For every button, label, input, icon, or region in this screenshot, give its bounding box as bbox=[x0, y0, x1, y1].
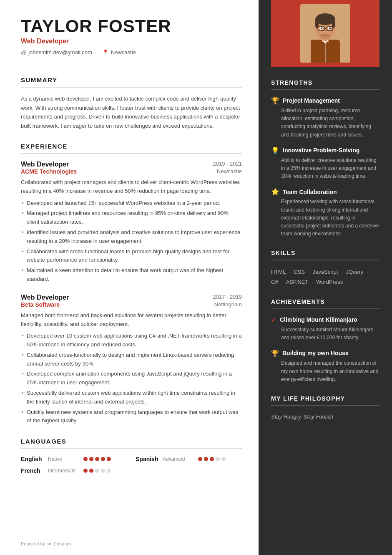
skill-aspnet: ASP.NET bbox=[286, 279, 308, 285]
strength-item-team: ⭐ Team Collaboration Experienced working… bbox=[271, 188, 379, 238]
lang-dots-spanish bbox=[198, 457, 226, 461]
profile-photo bbox=[300, 4, 350, 63]
skill-csharp: C# bbox=[271, 279, 278, 285]
skill-js: JavaScript bbox=[313, 269, 338, 275]
dot bbox=[107, 457, 111, 461]
right-column: STRENGTHS 🏆 Project Management Skilled i… bbox=[259, 0, 392, 555]
lang-level-english: Native bbox=[48, 456, 79, 462]
skills-list: HTML · CSS · JavaScript · JQuery · C# · … bbox=[271, 267, 379, 287]
philosophy-title: MY LIFE PHILOSOPHY bbox=[271, 395, 379, 406]
dot bbox=[101, 457, 105, 461]
separator: · bbox=[340, 269, 344, 275]
achievement-header-house: 🏆 Building my own House bbox=[271, 349, 379, 357]
languages-section: LANGUAGES English Native Spanis bbox=[21, 438, 242, 474]
strengths-section: STRENGTHS 🏆 Project Management Skilled i… bbox=[271, 79, 379, 238]
brand-name: Enhancv bbox=[54, 541, 72, 546]
dot bbox=[216, 457, 220, 461]
strength-header-team: ⭐ Team Collaboration bbox=[271, 188, 379, 196]
strength-desc-project: Skilled in project planning, resource al… bbox=[271, 107, 379, 139]
separator: · bbox=[365, 269, 368, 275]
person-silhouette bbox=[304, 8, 346, 63]
achievement-header-kili: ✔ Climbing Mount Kilimanjaro bbox=[271, 316, 379, 324]
strength-item-problem: 💡 Innovative Problem-Solving Ability to … bbox=[271, 146, 379, 181]
location-value: Newcastle bbox=[111, 49, 136, 56]
skills-section: SKILLS HTML · CSS · JavaScript · JQuery … bbox=[271, 250, 379, 287]
bullet-item: Collaborated cross-functionally to desig… bbox=[21, 351, 242, 368]
exp-bullets-1: Developed and launched 15+ successful Wo… bbox=[21, 199, 242, 284]
bullet-item: Developed over 10 custom web application… bbox=[21, 332, 242, 349]
dot bbox=[198, 457, 202, 461]
resume-container: TAYLOR FOSTER Web Developer @ johnsmith.… bbox=[0, 0, 392, 555]
philosophy-text: Stay Hungry, Stay Foolish bbox=[271, 413, 379, 421]
location-contact: 📍 Newcastle bbox=[102, 49, 136, 56]
exp-dates-2: 2017 - 2019 bbox=[213, 294, 242, 300]
lang-name-french: French bbox=[21, 467, 44, 474]
dot bbox=[89, 469, 93, 473]
achievement-item-kili: ✔ Climbing Mount Kilimanjaro Successfull… bbox=[271, 316, 379, 342]
exp-company-2: Beta Software bbox=[21, 301, 60, 308]
philosophy-section: MY LIFE PHILOSOPHY Stay Hungry, Stay Foo… bbox=[271, 395, 379, 421]
achievements-title: ACHIEVEMENTS bbox=[271, 298, 379, 309]
achievement-name-house: Building my own House bbox=[282, 349, 349, 357]
separator: · bbox=[287, 269, 292, 275]
skill-css: CSS bbox=[294, 269, 305, 275]
skill-jquery: JQuery bbox=[346, 269, 363, 275]
bullet-item: Managed project timelines and resources … bbox=[21, 209, 242, 227]
dot bbox=[107, 469, 111, 473]
bullet-item: Maintained a keen attention to detail to… bbox=[21, 266, 242, 284]
trophy2-icon: 🏆 bbox=[271, 350, 279, 357]
lightbulb-icon: 💡 bbox=[271, 146, 279, 154]
separator: · bbox=[310, 279, 314, 285]
achievement-desc-house: Designed and managed the construction of… bbox=[271, 359, 379, 383]
checkmark-icon: ✔ bbox=[271, 316, 276, 324]
exp-dates-1: 2019 - 2021 bbox=[213, 161, 242, 167]
email-value: johnsmith.dev@gmail.com bbox=[28, 49, 92, 56]
exp-company-1: ACME Technologies bbox=[21, 168, 77, 175]
left-column: TAYLOR FOSTER Web Developer @ johnsmith.… bbox=[0, 0, 259, 555]
achievement-desc-kili: Successfully summited Mount Kilimanjaro … bbox=[271, 326, 379, 342]
exp-desc-1: Collaborated with project managers and c… bbox=[21, 178, 242, 196]
dot bbox=[83, 469, 88, 473]
exp-header-1: Web Developer 2019 - 2021 bbox=[21, 161, 242, 168]
strength-name-problem: Innovative Problem-Solving bbox=[283, 146, 359, 154]
achievements-section: ACHIEVEMENTS ✔ Climbing Mount Kilimanjar… bbox=[271, 298, 379, 383]
separator: · bbox=[280, 279, 284, 285]
language-item-french: French Intermediate bbox=[21, 467, 127, 474]
trophy-icon: 🏆 bbox=[271, 97, 279, 105]
experience-item-2: Web Developer 2017 - 2019 Beta Software … bbox=[21, 294, 242, 426]
strength-name-team: Team Collaboration bbox=[283, 188, 337, 196]
strength-name-project: Project Management bbox=[283, 97, 340, 104]
experience-title: EXPERIENCE bbox=[21, 143, 242, 154]
lang-level-spanish: Advanced bbox=[163, 456, 194, 462]
exp-company-row-2: Beta Software Nottingham bbox=[21, 301, 242, 308]
skills-title: SKILLS bbox=[271, 250, 379, 260]
powered-by-label: Powered by bbox=[21, 541, 45, 546]
dot bbox=[210, 457, 214, 461]
exp-role-1: Web Developer bbox=[21, 161, 69, 168]
experience-section: EXPERIENCE Web Developer 2019 - 2021 ACM… bbox=[21, 143, 242, 425]
strength-desc-problem: Ability to deliver creative solutions re… bbox=[271, 156, 379, 181]
dot bbox=[95, 457, 99, 461]
strength-desc-team: Experienced working with cross-functiona… bbox=[271, 198, 379, 238]
contact-row: @ johnsmith.dev@gmail.com 📍 Newcastle bbox=[21, 49, 242, 56]
exp-desc-2: Managed both front-end and back-end solu… bbox=[21, 311, 242, 329]
dot bbox=[101, 469, 105, 473]
svg-rect-4 bbox=[315, 19, 319, 28]
summary-text: As a dynamic web developer, I am excited… bbox=[21, 94, 242, 130]
dot bbox=[89, 457, 93, 461]
lang-dots-french bbox=[83, 469, 111, 473]
lang-name-english: English bbox=[21, 456, 44, 462]
bullet-item: Quickly learnt new systems and programmi… bbox=[21, 408, 242, 426]
achievement-item-house: 🏆 Building my own House Designed and man… bbox=[271, 349, 379, 383]
dot bbox=[204, 457, 208, 461]
skill-wordpress: WordPress bbox=[316, 279, 343, 285]
dot bbox=[83, 457, 88, 461]
bullet-item: Developed complex animation components u… bbox=[21, 370, 242, 387]
bullet-item: Successfully delivered custom web applic… bbox=[21, 389, 242, 406]
summary-section: SUMMARY As a dynamic web developer, I am… bbox=[21, 76, 242, 130]
svg-rect-5 bbox=[332, 19, 335, 28]
strengths-title: STRENGTHS bbox=[271, 79, 379, 90]
languages-title: LANGUAGES bbox=[21, 438, 242, 449]
separator: · bbox=[307, 269, 311, 275]
exp-company-row-1: ACME Technologies Newcastle bbox=[21, 168, 242, 175]
